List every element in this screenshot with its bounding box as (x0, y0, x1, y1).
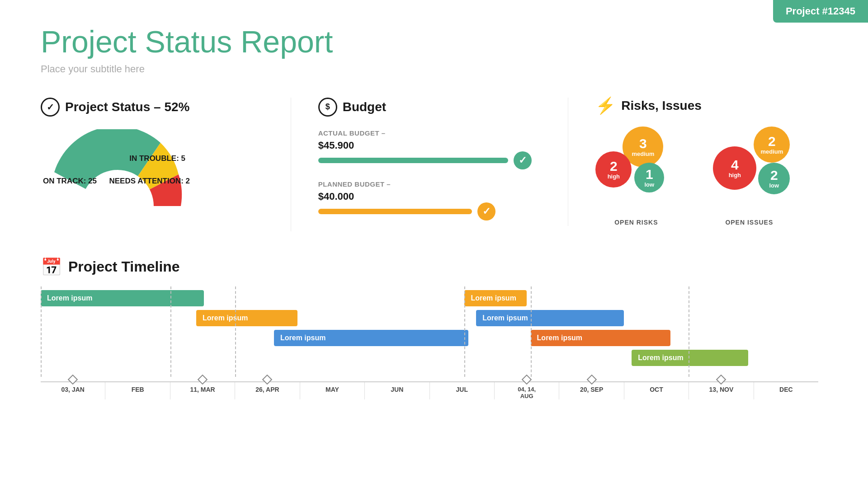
risks-heading: ⚡ Risks, Issues (595, 98, 827, 114)
gantt-col-apr: 26, APR (235, 382, 299, 399)
gantt-col-jan: 03, JAN (41, 382, 105, 399)
bolt-icon: ⚡ (595, 98, 616, 114)
main-content: Project Status Report Place your subtitl… (0, 0, 868, 399)
gantt-col-jul: JUL (429, 382, 494, 399)
gauge-area: ON TRACK: 25 IN TROUBLE: 5 NEEDS ATTENTI… (41, 129, 194, 211)
gantt-col-aug: 04, 14,AUG (494, 382, 559, 399)
open-issues-label: OPEN ISSUES (725, 219, 773, 226)
on-track-label: ON TRACK: 25 (43, 177, 97, 186)
gantt-col-sep: 20, SEP (559, 382, 623, 399)
gantt-bar-3: Lorem ipsum (274, 330, 468, 346)
gantt-bar-7: Lorem ipsum (632, 350, 748, 366)
gantt-col-feb: FEB (105, 382, 170, 399)
in-trouble-label: IN TROUBLE: 5 (129, 154, 185, 163)
actual-budget-label: ACTUAL BUDGET – (318, 129, 550, 137)
dashed-line-0 (41, 286, 42, 377)
dollar-icon: $ (318, 98, 337, 117)
gantt-col-dec: DEC (754, 382, 818, 399)
open-issues-group: 2 medium 4 high 2 low (704, 127, 794, 226)
risks-title: Risks, Issues (621, 99, 701, 113)
gantt-bar-2: Lorem ipsum (196, 310, 297, 326)
actual-budget-bar (318, 158, 508, 163)
gantt-timeline: 03, JAN FEB 11, MAR 26, APR MAY JUN (41, 381, 818, 399)
planned-budget-label: PLANNED BUDGET – (318, 180, 550, 188)
issues-low-bubble: 2 low (758, 163, 790, 194)
project-badge: Project #12345 (773, 0, 868, 23)
risks-area: 3 medium 2 high 1 low (595, 127, 827, 226)
project-status-title: Project Status – 52% (65, 100, 189, 114)
actual-budget-check: ✓ (514, 151, 532, 169)
open-risks-cluster: 3 medium 2 high 1 low (595, 127, 677, 212)
timeline-title: Project Timeline (68, 258, 180, 275)
budget-title: Budget (343, 100, 386, 114)
gantt-bar-6: Lorem ipsum (531, 330, 671, 346)
dashed-line-2 (235, 286, 236, 377)
metrics-row: ✓ Project Status – 52% ON TRACK: 25 (41, 98, 827, 231)
issues-high-bubble: 4 high (713, 146, 756, 190)
title-block: Project Status Report (41, 25, 827, 59)
subtitle: Place your subtitle here (41, 63, 827, 75)
budget-heading: $ Budget (318, 98, 550, 117)
planned-budget-bar-wrap: ✓ (318, 207, 550, 216)
needs-attention-label: NEEDS ATTENTION: 2 (109, 177, 190, 186)
risks-high-bubble: 2 high (595, 151, 632, 188)
gantt-col-mar: 11, MAR (170, 382, 235, 399)
title-accent: Report (241, 24, 333, 59)
page-title: Project Status Report (41, 25, 827, 59)
gantt-bar-1: Lorem ipsum (41, 290, 204, 306)
gantt-bars: Lorem ipsum Lorem ipsum Lorem ipsum Lore… (41, 286, 818, 377)
budget-col: $ Budget ACTUAL BUDGET – $45.900 ✓ PLANN… (291, 98, 568, 231)
gauge-labels: ON TRACK: 25 IN TROUBLE: 5 NEEDS ATTENTI… (41, 129, 194, 211)
actual-budget-amount: $45.900 (318, 140, 550, 151)
title-main: Project Status (41, 24, 232, 59)
badge-label: Project #12345 (786, 5, 855, 17)
calendar-icon: 📅 (41, 258, 62, 276)
dashed-line-4 (531, 286, 532, 377)
project-status-col: ✓ Project Status – 52% ON TRACK: 25 (41, 98, 291, 215)
risks-low-bubble: 1 low (634, 163, 664, 192)
dashed-line-5 (689, 286, 689, 377)
actual-budget-bar-wrap: ✓ (318, 156, 550, 165)
gantt-col-jun: JUN (364, 382, 429, 399)
timeline-heading: 📅 Project Timeline (41, 258, 827, 276)
checkmark-icon: ✓ (41, 98, 60, 117)
gantt-col-may: MAY (300, 382, 364, 399)
gantt-col-oct: OCT (624, 382, 689, 399)
gantt-container: Lorem ipsum Lorem ipsum Lorem ipsum Lore… (41, 286, 818, 399)
timeline-section: 📅 Project Timeline Lorem ipsum Lorem i (41, 258, 827, 399)
project-status-heading: ✓ Project Status – 52% (41, 98, 273, 117)
dashed-line-3 (464, 286, 465, 377)
open-risks-label: OPEN RISKS (614, 219, 658, 226)
issues-medium-bubble: 2 medium (754, 127, 790, 163)
planned-budget-item: PLANNED BUDGET – $40.000 ✓ (318, 180, 550, 216)
planned-budget-check: ✓ (477, 202, 495, 221)
planned-budget-bar (318, 209, 472, 214)
gantt-bar-4: Lorem ipsum (464, 290, 527, 306)
dashed-line-1 (170, 286, 171, 377)
gantt-bar-5: Lorem ipsum (476, 310, 624, 326)
gantt-col-nov: 13, NOV (689, 382, 753, 399)
open-risks-group: 3 medium 2 high 1 low (595, 127, 677, 226)
planned-budget-amount: $40.000 (318, 191, 550, 202)
risks-col: ⚡ Risks, Issues 3 medium 2 h (568, 98, 827, 226)
actual-budget-item: ACTUAL BUDGET – $45.900 ✓ (318, 129, 550, 165)
open-issues-cluster: 2 medium 4 high 2 low (704, 127, 794, 212)
